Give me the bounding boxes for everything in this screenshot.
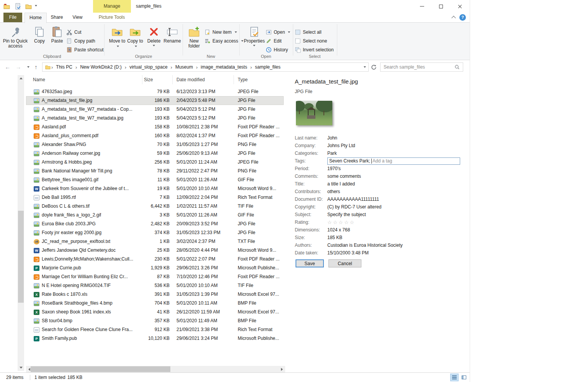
cancel-button[interactable]: Cancel (328, 259, 361, 267)
column-header-size[interactable]: Size (142, 75, 173, 84)
new-item-button[interactable]: New item (204, 28, 237, 36)
thumbnails-view-button[interactable] (460, 374, 468, 381)
tab-share[interactable]: Share (46, 13, 68, 22)
delete-button[interactable]: Delete (145, 23, 162, 56)
properties-button[interactable]: Properties (243, 23, 265, 56)
recent-locations-icon[interactable] (27, 66, 29, 68)
select-none-button[interactable]: Select none (295, 37, 327, 45)
file-row[interactable]: Saxon sheep Book 1961 index.xls41 KB26/1… (26, 308, 284, 316)
scroll-down-icon[interactable] (18, 364, 24, 371)
column-header-type[interactable]: Type (234, 75, 284, 84)
easy-access-button[interactable]: Easy access (204, 37, 243, 45)
file-row[interactable]: Bank National Manager Mr Till.png78 KB29… (26, 167, 284, 175)
file-row[interactable]: A_metadata_test_file_W7_metadata - Cop..… (26, 105, 284, 114)
up-button[interactable]: ↑ (31, 61, 41, 74)
address-dropdown-icon[interactable] (364, 66, 366, 68)
file-row[interactable]: doyle frank_files a_logo_2.gif3 KB5/01/2… (26, 211, 284, 220)
file-row[interactable]: Carkeek from Souvenir of the Jubilee of … (26, 184, 284, 193)
field-value[interactable]: Park (327, 151, 337, 156)
refresh-icon[interactable] (371, 64, 377, 70)
copy-to-button[interactable]: Copy to (127, 23, 144, 56)
file-row[interactable]: Search for Golden Fleece Clune Clune Fra… (26, 325, 284, 334)
field-value[interactable]: 1970's (327, 166, 341, 171)
copy-path-button[interactable]: Copy path (66, 37, 95, 45)
field-value[interactable]: (C) by RDC-7 User altered (327, 204, 381, 210)
field-value[interactable]: John (327, 135, 337, 141)
paste-button[interactable]: Paste (49, 23, 65, 56)
move-to-button[interactable]: Move to (108, 23, 126, 56)
search-box[interactable]: Search sample_files (380, 62, 463, 72)
field-value[interactable]: a title I added (327, 181, 355, 187)
navigation-pane-scrollbar[interactable] (18, 75, 24, 371)
tab-picture-tools[interactable]: Picture Tools (93, 13, 131, 22)
file-row[interactable]: Armstrong & Hobbs.jpeg256 KB5/01/2020 11… (26, 158, 284, 167)
maximize-button[interactable] (431, 0, 450, 13)
rename-button[interactable]: Rename (163, 23, 181, 56)
file-row[interactable]: Bettytree_files image001.gif11 KB5/01/20… (26, 175, 284, 184)
file-row[interactable]: Lewis;Donnelly;McMahon;Wakenshaw;Cull...… (26, 255, 284, 264)
save-button[interactable]: Save (296, 259, 324, 267)
file-row[interactable]: Footy jnr easter egg 2000.jpg374 KB31/05… (26, 228, 284, 237)
new-folder-quick-icon[interactable] (25, 3, 32, 10)
minimize-button[interactable] (413, 0, 431, 13)
tab-home[interactable]: Home (24, 13, 47, 23)
horizontal-scrollbar[interactable] (26, 366, 285, 372)
address-bar[interactable]: ›This PC›New WorkDisk2 (D:)›virtual_slop… (42, 62, 369, 72)
search-icon[interactable] (454, 64, 460, 70)
field-value[interactable]: Custodian is Euroa Historical Society (327, 243, 403, 248)
file-row[interactable]: Aasland_plus_comment.pdf160 KB8/02/2024 … (26, 131, 284, 140)
explorer-icon[interactable] (3, 3, 10, 10)
edit-button[interactable]: Edit (266, 37, 282, 45)
forward-button[interactable]: → (14, 61, 23, 74)
field-value[interactable]: 15/10/2000 3:48 PM (327, 250, 369, 256)
tab-view[interactable]: View (68, 13, 87, 22)
field-value[interactable]: 185 KB (327, 235, 342, 240)
column-header-name[interactable]: Name (26, 75, 142, 84)
contextual-tab-group[interactable]: Manage (93, 0, 131, 13)
file-row[interactable]: RoseBank Strathbogie_files 4.bmp704 KB5/… (26, 299, 284, 308)
breadcrumb-item[interactable]: This PC (53, 64, 75, 70)
file-row[interactable]: SB tour04.bmp357 KB5/01/2020 11:49 AMBMP… (26, 316, 284, 325)
history-button[interactable]: History (266, 46, 288, 54)
file-row[interactable]: Alexander Shaw.PNG70 KB31/05/2023 1:27 P… (26, 140, 284, 149)
pin-to-quick-access-button[interactable]: Pin to Quick access (2, 23, 29, 56)
close-button[interactable] (450, 0, 470, 13)
back-button[interactable]: ← (3, 61, 12, 74)
file-row[interactable]: Euroa Bike club 2003.JPG2,482 KB20/09/20… (26, 220, 284, 228)
file-row[interactable]: JC_read_me_purpose_exiftool.txt1 KB3/02/… (26, 237, 284, 246)
invert-selection-button[interactable]: Invert selection (295, 46, 334, 54)
select-all-button[interactable]: Select all (295, 28, 322, 36)
paste-shortcut-button[interactable]: Paste shortcut (66, 46, 104, 54)
scroll-up-icon[interactable] (18, 75, 24, 82)
field-value[interactable]: Johns Pty Ltd (327, 143, 355, 148)
file-row[interactable]: Marjorie Currie.pub1,929 KB29/06/2021 3:… (26, 264, 284, 272)
tab-file[interactable]: File (3, 13, 22, 22)
field-value[interactable]: AAAAAAAAAAA11111111 (327, 197, 379, 202)
breadcrumb-item[interactable]: image_metadata_tests (198, 64, 250, 70)
file-row[interactable]: A_metadata_test_file_W7_metadata.jpg193 … (26, 114, 284, 123)
file-row[interactable]: A_metadata_test_file.jpg186 KB2/04/2023 … (26, 96, 284, 105)
tags-input[interactable]: Seven Creeks Park; Add a tag (327, 157, 460, 165)
file-thumbnail[interactable] (296, 101, 332, 125)
file-row[interactable]: N E Hotel opening RIMG0024.TIF536 KB5/01… (26, 281, 284, 290)
customize-quick-access-icon[interactable] (35, 5, 37, 7)
scroll-right-icon[interactable] (279, 366, 285, 372)
field-value[interactable]: 1024 x 768 (327, 227, 350, 233)
open-button[interactable]: Open (266, 28, 290, 36)
file-row[interactable]: DeBoos C L & others.tif6,442 KB1/02/2021… (26, 202, 284, 211)
properties-quick-icon[interactable] (15, 3, 21, 10)
field-value[interactable]: Specify the subject (327, 212, 366, 217)
field-value[interactable]: some comments (327, 174, 361, 179)
help-icon[interactable]: ? (459, 14, 466, 21)
file-row[interactable]: Marriage Cert for William Bunting Eliz C… (26, 272, 284, 281)
scrollbar-thumb[interactable] (31, 366, 170, 372)
breadcrumb-item[interactable]: virtual_slop_space (127, 64, 170, 70)
breadcrumb-item[interactable]: sample_files (252, 64, 283, 70)
collapse-ribbon-icon[interactable] (452, 15, 457, 20)
file-row[interactable]: 476325ao.jpeg79 KB6/12/2023 3:13 PMJPEG … (26, 87, 284, 96)
file-row[interactable]: Anderson Railway corner.jpg59 KB25/06/20… (26, 149, 284, 158)
file-row[interactable]: Aasland.pdf158 KB10/08/2021 2:38 PMFoxit… (26, 123, 284, 131)
details-view-button[interactable] (450, 374, 459, 381)
new-folder-button[interactable]: New folder (185, 23, 203, 56)
field-value[interactable]: others (327, 189, 340, 194)
